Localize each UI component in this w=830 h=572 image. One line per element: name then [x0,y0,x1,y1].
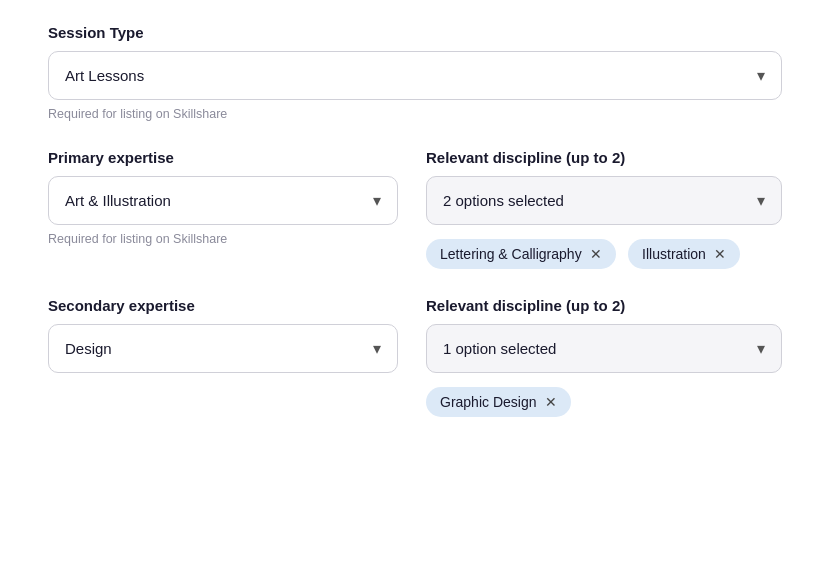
secondary-expertise-label: Secondary expertise [48,297,398,314]
tag-graphic-design-close[interactable]: ✕ [545,395,557,409]
primary-expertise-value: Art & Illustration [65,192,171,209]
secondary-expertise-dropdown[interactable]: Design ▾ [48,324,398,373]
relevant-discipline-2-label: Relevant discipline (up to 2) [426,297,782,314]
relevant-discipline-2-value: 1 option selected [443,340,556,357]
primary-expertise-chevron: ▾ [373,191,381,210]
secondary-expertise-chevron: ▾ [373,339,381,358]
relevant-discipline-1-tags: Lettering & Calligraphy ✕ Illustration ✕ [426,229,782,269]
primary-expertise-row: Primary expertise Art & Illustration ▾ R… [48,149,782,269]
secondary-expertise-col: Secondary expertise Design ▾ [48,297,398,417]
relevant-discipline-2-col: Relevant discipline (up to 2) 1 option s… [426,297,782,417]
tag-graphic-design: Graphic Design ✕ [426,387,571,417]
session-type-dropdown[interactable]: Art Lessons ▾ [48,51,782,100]
session-type-value: Art Lessons [65,67,144,84]
tag-illustration-text: Illustration [642,246,706,262]
relevant-discipline-1-note: (up to 2) [566,149,625,166]
session-type-section: Session Type Art Lessons ▾ Required for … [48,24,782,121]
tag-illustration-close[interactable]: ✕ [714,247,726,261]
relevant-discipline-1-col: Relevant discipline (up to 2) 2 options … [426,149,782,269]
relevant-discipline-1-dropdown[interactable]: 2 options selected ▾ [426,176,782,225]
relevant-discipline-1-value: 2 options selected [443,192,564,209]
session-type-label: Session Type [48,24,782,41]
primary-expertise-helper: Required for listing on Skillshare [48,232,398,246]
tag-illustration: Illustration ✕ [628,239,740,269]
relevant-discipline-2-chevron: ▾ [757,339,765,358]
primary-expertise-dropdown[interactable]: Art & Illustration ▾ [48,176,398,225]
relevant-discipline-1-chevron: ▾ [757,191,765,210]
secondary-expertise-row: Secondary expertise Design ▾ Relevant di… [48,297,782,417]
primary-expertise-col: Primary expertise Art & Illustration ▾ R… [48,149,398,269]
session-type-chevron: ▾ [757,66,765,85]
secondary-expertise-value: Design [65,340,112,357]
tag-graphic-design-text: Graphic Design [440,394,537,410]
primary-expertise-label: Primary expertise [48,149,398,166]
tag-lettering-calligraphy-close[interactable]: ✕ [590,247,602,261]
relevant-discipline-2-note: (up to 2) [566,297,625,314]
session-type-helper: Required for listing on Skillshare [48,107,782,121]
relevant-discipline-2-dropdown[interactable]: 1 option selected ▾ [426,324,782,373]
relevant-discipline-2-tags: Graphic Design ✕ [426,377,782,417]
relevant-discipline-1-label: Relevant discipline (up to 2) [426,149,782,166]
tag-lettering-calligraphy: Lettering & Calligraphy ✕ [426,239,616,269]
tag-lettering-calligraphy-text: Lettering & Calligraphy [440,246,582,262]
